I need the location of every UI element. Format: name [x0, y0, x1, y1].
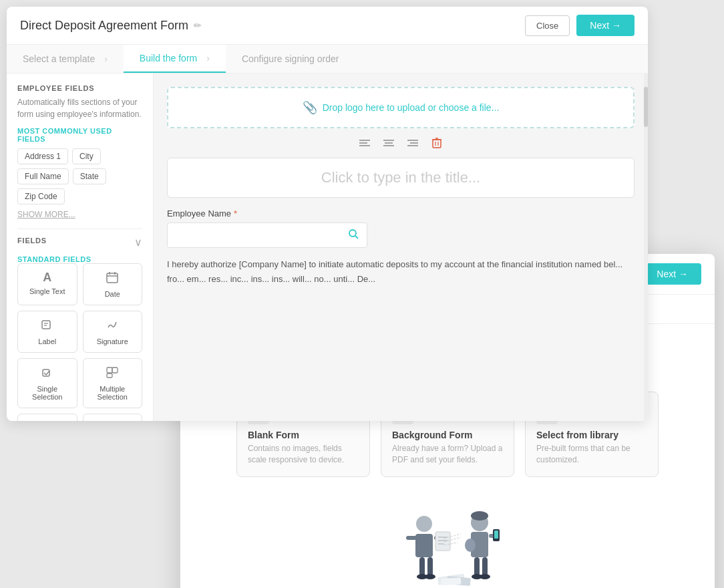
scrollbar-thumb[interactable]	[644, 87, 648, 127]
collapse-fields-icon[interactable]: ∨	[134, 236, 142, 249]
single-selection-icon	[23, 365, 71, 382]
tag-fullname[interactable]: Full Name	[17, 168, 69, 184]
illustration-container	[196, 490, 699, 588]
field-date[interactable]: Date	[83, 263, 143, 305]
field-single-text[interactable]: A Single Text	[17, 263, 77, 305]
date-icon	[89, 271, 137, 287]
blank-form-name: Blank Form	[248, 430, 359, 440]
svg-point-56	[471, 511, 488, 521]
signature-icon	[89, 318, 137, 335]
svg-line-27	[355, 236, 358, 239]
required-star: *	[234, 208, 237, 218]
scrollbar-track[interactable]	[644, 74, 648, 421]
modal-next-button[interactable]: Next →	[643, 263, 701, 285]
onboarding-illustration	[381, 497, 514, 588]
svg-rect-45	[427, 557, 433, 576]
tag-state[interactable]: State	[73, 168, 106, 184]
text-align-toolbar	[167, 134, 635, 152]
step-build-form[interactable]: Build the form ›	[124, 45, 226, 73]
field-signature[interactable]: Signature	[83, 311, 143, 353]
employee-name-section: Employee Name *	[167, 208, 635, 248]
svg-rect-4	[42, 321, 50, 329]
svg-rect-68	[441, 577, 461, 585]
single-text-label: Single Text	[23, 287, 71, 295]
svg-rect-9	[112, 368, 118, 373]
field-label[interactable]: Label	[17, 311, 77, 353]
svg-rect-61	[474, 557, 480, 576]
divider-1	[17, 229, 142, 229]
form-builder-card: Direct Deposit Agreement Form ✏ Close Ne…	[7, 7, 648, 421]
search-icon	[348, 229, 359, 242]
svg-point-26	[349, 230, 356, 237]
svg-rect-60	[494, 531, 498, 539]
library-desc: Pre-built forms that can be customized.	[536, 443, 647, 466]
step-configure-signing[interactable]: Configure signing order	[226, 45, 355, 73]
svg-rect-42	[406, 536, 417, 540]
svg-point-40	[416, 516, 432, 532]
fields-title: FIELDS	[17, 237, 47, 245]
form-title-field[interactable]: Click to type in the title...	[167, 158, 635, 198]
single-selection-label: Single Selection	[23, 385, 71, 401]
header-actions: Close Next →	[525, 15, 635, 36]
library-name: Select from library	[536, 430, 647, 440]
tag-address1[interactable]: Address 1	[17, 148, 68, 164]
svg-rect-21	[433, 140, 441, 148]
paperclip-icon: 📎	[303, 100, 317, 115]
edit-title-icon[interactable]: ✏	[194, 20, 202, 31]
input-placeholder	[176, 231, 178, 241]
date-label: Date	[89, 290, 137, 298]
svg-rect-0	[107, 273, 118, 283]
form-title-placeholder: Click to type in the title...	[321, 169, 480, 186]
employee-fields-title: EMPLOYEE FIELDS	[17, 84, 142, 92]
align-center-button[interactable]	[379, 134, 398, 152]
field-multiple-selection[interactable]: Multiple Selection	[83, 358, 143, 408]
label-label: Label	[23, 337, 71, 345]
svg-point-47	[425, 574, 435, 579]
form-builder-content: EMPLOYEE FIELDS Automatically fills sect…	[7, 74, 648, 421]
align-right-button[interactable]	[403, 134, 422, 152]
blank-form-desc: Contains no images, fields scale respons…	[248, 443, 359, 466]
standard-fields-label: STANDARD FIELDS	[17, 255, 142, 263]
close-button[interactable]: Close	[525, 15, 570, 36]
step-select-template[interactable]: Select a template ›	[7, 45, 124, 73]
form-text-block: I hereby authorize [Company Name] to ini…	[167, 257, 635, 287]
field-paragraph-text[interactable]: A Paragraph Text	[17, 414, 77, 421]
logo-drop-text: Drop logo here to upload or choose a fil…	[323, 102, 500, 113]
tag-zipcode[interactable]: Zip Code	[17, 188, 65, 204]
next-button[interactable]: Next →	[576, 15, 635, 36]
multiple-selection-label: Multiple Selection	[89, 385, 137, 401]
field-tags-container: Address 1 City Full Name State Zip Code	[17, 148, 142, 204]
svg-rect-44	[419, 557, 425, 576]
form-title-text: Direct Deposit Agreement Form	[20, 19, 188, 33]
standard-fields-grid: A Single Text Date Label	[17, 263, 142, 421]
label-icon	[23, 318, 71, 335]
single-text-icon: A	[23, 271, 71, 285]
form-canvas: 📎 Drop logo here to upload or choose a f…	[154, 74, 648, 421]
sidebar: EMPLOYEE FIELDS Automatically fills sect…	[7, 74, 154, 421]
background-form-desc: Already have a form? Upload a PDF and se…	[392, 443, 503, 466]
delete-toolbar-button[interactable]	[427, 134, 446, 152]
fields-section-header: FIELDS ∨	[17, 236, 142, 249]
field-single-selection[interactable]: Single Selection	[17, 358, 77, 408]
svg-rect-41	[415, 534, 433, 557]
form-builder-header: Direct Deposit Agreement Form ✏ Close Ne…	[7, 7, 648, 45]
form-body-text-2: fro... em... res... inc... ins... ins...…	[167, 274, 375, 284]
multiple-selection-icon	[89, 365, 137, 382]
step-arrow-2: ›	[206, 53, 210, 63]
align-left-button[interactable]	[355, 134, 374, 152]
form-title: Direct Deposit Agreement Form ✏	[20, 19, 525, 33]
svg-rect-62	[482, 557, 488, 576]
show-more-link[interactable]: SHOW MORE...	[17, 210, 142, 219]
background-form-name: Background Form	[392, 430, 503, 440]
svg-rect-8	[107, 368, 112, 373]
employee-name-label: Employee Name *	[167, 208, 635, 218]
svg-point-65	[465, 539, 476, 552]
most-used-title: MOST COMMONLY USED FIELDS	[17, 127, 142, 143]
svg-point-64	[480, 574, 490, 579]
svg-rect-10	[107, 374, 112, 378]
form-body-text: I hereby authorize [Company Name] to ini…	[167, 259, 622, 269]
tag-city[interactable]: City	[72, 148, 101, 164]
logo-drop-zone[interactable]: 📎 Drop logo here to upload or choose a f…	[167, 87, 635, 128]
employee-name-input[interactable]	[167, 223, 367, 248]
field-phone[interactable]: Phone	[83, 414, 143, 421]
